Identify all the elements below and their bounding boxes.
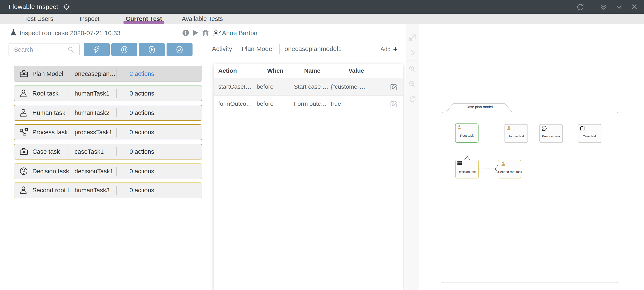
cell-action: startCaseI… bbox=[218, 83, 256, 90]
cell-action: formOutco… bbox=[218, 100, 256, 107]
task-row-plan-model[interactable]: Plan Model onecaseplan… 2 actions bbox=[14, 66, 202, 82]
briefcase-icon bbox=[20, 148, 32, 155]
tab-inspect[interactable]: Inspect bbox=[80, 14, 100, 24]
node-label: Root task bbox=[456, 134, 478, 137]
person-icon bbox=[501, 161, 505, 166]
task-actions-link[interactable]: 0 actions bbox=[117, 187, 154, 194]
plus-icon: + bbox=[393, 46, 398, 53]
toolbar-divider bbox=[406, 61, 419, 61]
search-box bbox=[8, 43, 80, 56]
column-header-when: When bbox=[256, 67, 294, 74]
process-icon bbox=[20, 128, 32, 136]
task-name: Root task bbox=[32, 90, 68, 97]
column-header-action: Action bbox=[218, 67, 256, 74]
task-actions-link[interactable]: 2 actions bbox=[117, 70, 154, 77]
task-id: processTask1 bbox=[69, 129, 116, 136]
zoom-out-icon[interactable] bbox=[409, 80, 416, 88]
node-label: Second root task bbox=[498, 170, 521, 174]
search-input[interactable] bbox=[14, 46, 67, 53]
add-action-button[interactable]: Add + bbox=[380, 46, 398, 53]
refresh-icon[interactable] bbox=[576, 3, 584, 11]
node-label: Decision task bbox=[456, 170, 478, 174]
cell-value: true bbox=[331, 100, 382, 107]
page-title: Inspect root case 2020-07-21 10:33 bbox=[20, 30, 120, 37]
flask-icon bbox=[10, 28, 16, 36]
chevron-right-icon[interactable] bbox=[409, 49, 416, 56]
tab-bar: Test Users Inspect Current Test Availabl… bbox=[0, 14, 644, 24]
resume-button[interactable] bbox=[139, 43, 165, 56]
diagram-node-second-root-task[interactable]: Second root task bbox=[498, 160, 521, 178]
zoom-in-icon[interactable] bbox=[409, 65, 416, 73]
pennant-icon bbox=[542, 126, 547, 131]
double-chevron-down-icon[interactable] bbox=[599, 3, 608, 11]
play-icon[interactable] bbox=[192, 30, 199, 36]
task-id: onecaseplan… bbox=[69, 70, 116, 77]
task-row-human-task[interactable]: Human task humanTask2 0 actions bbox=[14, 105, 202, 121]
briefcase-icon bbox=[20, 70, 32, 78]
grid-icon bbox=[458, 161, 462, 165]
task-id: humanTask1 bbox=[69, 90, 116, 97]
user-check-icon bbox=[213, 30, 222, 37]
activity-label: Activity: bbox=[212, 45, 234, 53]
task-actions-link[interactable]: 0 actions bbox=[117, 168, 154, 175]
assigned-user-link[interactable]: Anne Barton bbox=[222, 30, 258, 37]
cell-when: before bbox=[256, 100, 294, 107]
bolt-button[interactable] bbox=[84, 43, 110, 56]
node-label: Process task bbox=[540, 134, 562, 138]
task-row-second-root-task[interactable]: Second root t… humanTask3 0 actions bbox=[14, 182, 202, 198]
flowable-inspect-window: Flowable Inspect bbox=[0, 0, 644, 290]
search-icon bbox=[67, 46, 74, 53]
task-actions-link[interactable]: 0 actions bbox=[117, 129, 154, 136]
task-row-case-task[interactable]: Case task caseTask1 0 actions bbox=[14, 144, 202, 159]
cell-value: {"customer… bbox=[331, 83, 382, 90]
node-label: Case task bbox=[578, 134, 601, 138]
question-circle-icon bbox=[20, 167, 32, 175]
person-icon bbox=[20, 109, 32, 117]
refresh-icon[interactable] bbox=[409, 95, 416, 103]
edit-icon[interactable] bbox=[382, 83, 403, 91]
tab-test-users[interactable]: Test Users bbox=[24, 14, 54, 24]
task-actions-link[interactable]: 0 actions bbox=[117, 90, 154, 97]
column-header-value: Value bbox=[331, 67, 382, 74]
table-header-row: Action When Name Value bbox=[214, 64, 403, 78]
task-id: caseTask1 bbox=[69, 148, 116, 155]
titlebar: Flowable Inspect bbox=[0, 0, 644, 14]
target-icon bbox=[63, 3, 70, 11]
task-id: humanTask2 bbox=[69, 109, 116, 116]
close-icon[interactable] bbox=[631, 3, 638, 11]
task-row-root-task[interactable]: Root task humanTask1 0 actions bbox=[14, 86, 202, 101]
cell-when: before bbox=[256, 83, 294, 90]
task-actions-link[interactable]: 0 actions bbox=[117, 148, 154, 155]
table-row[interactable]: startCaseI… before Start case … {"custom… bbox=[214, 78, 403, 96]
task-id: humanTask3 bbox=[69, 187, 116, 194]
case-plan-model-label: Case plan model bbox=[446, 105, 512, 109]
task-row-process-task[interactable]: Process task processTask1 0 actions bbox=[14, 124, 202, 140]
diagram-node-case-task[interactable]: Case task bbox=[578, 124, 602, 143]
table-row[interactable]: formOutco… before Form outc… true bbox=[214, 96, 403, 112]
diagram-panel: Case plan model Root task Human task Pro… bbox=[406, 24, 644, 290]
task-actions-link[interactable]: 0 actions bbox=[117, 109, 154, 116]
diagram-node-root-task[interactable]: Root task bbox=[455, 123, 478, 143]
task-name: Plan Model bbox=[32, 70, 68, 77]
chevron-down-icon[interactable] bbox=[615, 3, 624, 11]
task-row-decision-task[interactable]: Decision task decisionTask1 0 actions bbox=[14, 163, 202, 179]
activity-id: onecaseplanmodel1 bbox=[284, 45, 342, 53]
pause-button[interactable] bbox=[112, 43, 137, 56]
diagram-toolbar bbox=[406, 24, 419, 290]
divider bbox=[280, 44, 280, 54]
diagram-node-decision-task[interactable]: Decision task bbox=[455, 160, 479, 178]
diagram-node-process-task[interactable]: Process task bbox=[540, 124, 563, 143]
fit-screen-icon[interactable] bbox=[409, 34, 416, 41]
node-label: Human task bbox=[505, 134, 528, 138]
add-label: Add bbox=[380, 46, 390, 53]
trash-icon[interactable] bbox=[202, 30, 209, 37]
person-icon bbox=[20, 89, 32, 97]
actions-table-card: Action When Name Value startCaseI… befor… bbox=[214, 64, 403, 290]
info-icon[interactable] bbox=[182, 30, 189, 36]
diagram-node-human-task[interactable]: Human task bbox=[504, 124, 528, 143]
cell-name: Start case … bbox=[294, 83, 331, 90]
complete-button[interactable] bbox=[166, 43, 192, 56]
edit-icon[interactable] bbox=[382, 100, 403, 108]
app-title: Flowable Inspect bbox=[8, 3, 58, 11]
tab-available-tests[interactable]: Available Tests bbox=[182, 14, 223, 24]
